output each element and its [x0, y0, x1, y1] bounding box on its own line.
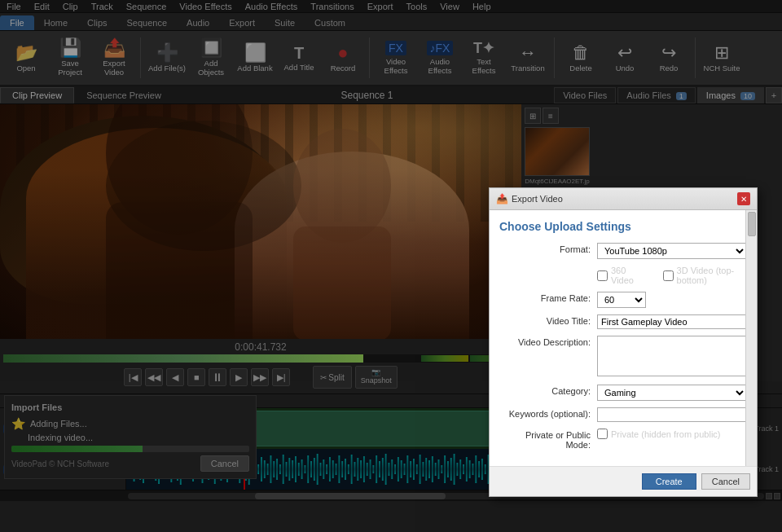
dialog-heading: Choose Upload Settings — [499, 220, 747, 233]
video-desc-row: Video Description: — [499, 336, 747, 378]
dialog-footer: Create Cancel — [490, 466, 757, 496]
cancel-dialog-button[interactable]: Cancel — [701, 473, 750, 490]
video-options-label — [499, 266, 597, 267]
video-options-row: 360 Video 3D Video (top-bottom) — [499, 266, 747, 285]
video-title-control — [597, 314, 747, 329]
checkbox-360-label: 360 Video — [611, 266, 644, 285]
dialog-scroll-thumb[interactable] — [748, 212, 756, 236]
keywords-control — [597, 407, 747, 422]
checkbox-3d-label: 3D Video (top-bottom) — [677, 266, 747, 285]
keywords-input[interactable] — [597, 407, 747, 422]
video-options-control: 360 Video 3D Video (top-bottom) — [597, 266, 747, 285]
keywords-label: Keywords (optional): — [499, 407, 597, 419]
keywords-row: Keywords (optional): — [499, 407, 747, 422]
format-label: Format: — [499, 243, 597, 254]
dialog-close-button[interactable]: ✕ — [737, 192, 750, 205]
privacy-checkbox-row: Private (hidden from public) — [597, 429, 747, 439]
checkbox-360[interactable] — [597, 270, 608, 281]
dialog-title: 📤 Export Video — [496, 193, 563, 204]
category-control: Gaming — [597, 385, 747, 401]
checkbox-3d[interactable] — [663, 270, 674, 281]
dialog-inner: Choose Upload Settings Format: YouTube 1… — [490, 210, 757, 466]
privacy-label: Private or Public Mode: — [499, 429, 597, 450]
dialog-title-text: Export Video — [512, 194, 563, 204]
video-desc-textarea[interactable] — [597, 336, 747, 376]
category-row: Category: Gaming — [499, 385, 747, 401]
video-title-row: Video Title: — [499, 314, 747, 329]
dialog-overlay: 📤 Export Video ✕ Choose Upload Settings … — [0, 0, 782, 532]
category-label: Category: — [499, 385, 597, 396]
checkbox-360-row: 360 Video 3D Video (top-bottom) — [597, 266, 747, 285]
dialog-titlebar: 📤 Export Video ✕ — [490, 188, 757, 210]
format-control: YouTube 1080p — [597, 243, 747, 259]
frame-rate-row: Frame Rate: 60 — [499, 292, 747, 308]
privacy-check-label: Private (hidden from public) — [611, 429, 721, 439]
format-row: Format: YouTube 1080p — [499, 243, 747, 259]
dialog-title-icon: 📤 — [496, 193, 508, 204]
video-desc-control — [597, 336, 747, 378]
privacy-control: Private (hidden from public) — [597, 429, 747, 439]
create-button[interactable]: Create — [642, 473, 696, 490]
format-select[interactable]: YouTube 1080p — [597, 243, 747, 259]
frame-rate-label: Frame Rate: — [499, 292, 597, 303]
video-title-label: Video Title: — [499, 314, 597, 326]
video-title-input[interactable] — [597, 314, 747, 329]
privacy-checkbox[interactable] — [597, 429, 608, 439]
dialog-body: Choose Upload Settings Format: YouTube 1… — [490, 210, 757, 466]
frame-rate-control: 60 — [597, 292, 747, 308]
privacy-row: Private or Public Mode: Private (hidden … — [499, 429, 747, 450]
video-desc-label: Video Description: — [499, 336, 597, 347]
dialog-scrollbar[interactable] — [745, 210, 757, 466]
export-dialog: 📤 Export Video ✕ Choose Upload Settings … — [489, 187, 758, 497]
frame-rate-select[interactable]: 60 — [597, 292, 646, 308]
category-select[interactable]: Gaming — [597, 385, 747, 401]
